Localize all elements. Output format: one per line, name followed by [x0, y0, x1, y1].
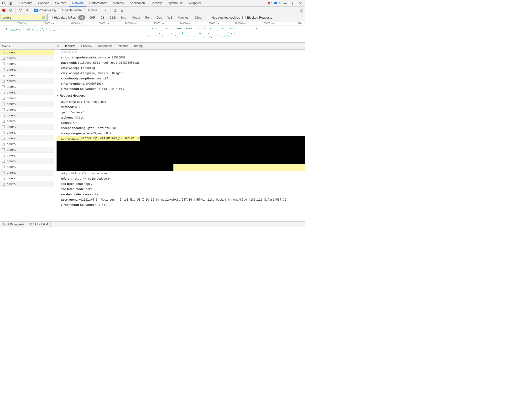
disable-cache-input[interactable] — [58, 9, 61, 12]
search-icon[interactable] — [25, 8, 29, 13]
tab-security[interactable]: Security — [148, 0, 165, 7]
filter-type-ws[interactable]: WS — [165, 15, 174, 20]
timeline-tick: 60000 ms — [82, 22, 82, 26]
filter-type-all[interactable]: All — [78, 15, 85, 20]
clear-filter-icon[interactable]: ✕ — [42, 16, 45, 19]
tab-elements[interactable]: Elements — [16, 0, 35, 7]
filter-type-css[interactable]: CSS — [108, 15, 118, 20]
name-column-header[interactable]: Name — [0, 43, 54, 49]
throttle-select[interactable]: Online ▼ — [87, 8, 108, 12]
message-badge[interactable]: 16 — [274, 2, 280, 5]
request-row[interactable]: orders/ — [0, 158, 54, 164]
tab-application[interactable]: Application — [127, 0, 148, 7]
timeline-marker — [40, 30, 41, 30]
network-timeline[interactable]: 20000 ms40000 ms60000 ms80000 ms100000 m… — [0, 22, 305, 43]
filter-type-media[interactable]: Media — [130, 15, 142, 20]
request-row[interactable]: orders/ — [0, 181, 54, 187]
tab-memory[interactable]: Memory — [110, 0, 127, 7]
request-row[interactable]: orders/ — [0, 67, 54, 72]
header-key: sec-fetch-dest: — [61, 182, 83, 186]
timeline-marker — [2, 29, 3, 29]
tab-console[interactable]: Console — [35, 0, 52, 7]
inspect-element-icon[interactable] — [1, 0, 7, 6]
request-row[interactable]: orders/ — [0, 90, 54, 95]
tab-lighthouse[interactable]: Lighthouse — [165, 0, 186, 7]
tab-performance[interactable]: Performance — [86, 0, 110, 7]
request-headers-section[interactable]: ▼ Request Headers — [54, 92, 305, 99]
request-row[interactable]: orders/ — [0, 61, 54, 67]
request-row[interactable]: orders/ — [0, 72, 54, 78]
filter-type-manifest[interactable]: Manifest — [176, 15, 191, 20]
filter-input[interactable] — [3, 16, 42, 19]
filter-type-img[interactable]: Img — [119, 15, 128, 20]
filter-icon[interactable] — [18, 8, 23, 13]
request-row[interactable]: orders/ — [0, 49, 54, 55]
detail-tab-initiator[interactable]: Initiator — [115, 43, 131, 50]
has-blocked-cookies-checkbox[interactable]: Has blocked cookies — [207, 16, 240, 19]
request-row[interactable]: orders/ — [0, 55, 54, 61]
timeline-marker — [233, 28, 233, 29]
request-row[interactable]: orders/ — [0, 124, 54, 130]
file-icon — [2, 137, 5, 140]
upload-har-icon[interactable] — [113, 8, 118, 13]
request-row[interactable]: orders/ — [0, 164, 54, 170]
network-settings-icon[interactable] — [299, 8, 304, 13]
headers-body[interactable]: status: 200strict-transport-security: ma… — [54, 49, 305, 221]
settings-icon[interactable] — [282, 0, 288, 6]
device-toolbar-icon[interactable] — [7, 0, 13, 6]
error-badge[interactable]: 1 — [268, 2, 273, 5]
tab-wrapapi[interactable]: WrapAPI — [186, 0, 204, 7]
disable-cache-checkbox[interactable]: Disable cache — [58, 8, 82, 12]
timeline-marker — [49, 31, 50, 31]
blocked-requests-label: Blocked Requests — [247, 16, 272, 19]
timeline-marker — [50, 30, 51, 30]
detail-tab-timing[interactable]: Timing — [131, 43, 146, 50]
request-row[interactable]: orders/ — [0, 141, 54, 147]
request-row[interactable]: orders/ — [0, 95, 54, 101]
request-row[interactable]: orders/ — [0, 107, 54, 113]
tab-network[interactable]: Network — [69, 0, 87, 7]
filter-bar: ✕ Hide data URLs AllXHRJSCSSImgMediaFont… — [0, 14, 305, 22]
request-row[interactable]: orders/ — [0, 101, 54, 107]
request-row[interactable]: orders/ — [0, 78, 54, 84]
hide-data-urls-checkbox[interactable]: Hide data URLs — [49, 16, 76, 19]
svg-point-15 — [301, 10, 302, 11]
timeline-marker — [28, 29, 29, 30]
request-row[interactable]: orders/ — [0, 147, 54, 153]
timeline-marker — [209, 28, 210, 28]
tab-sources[interactable]: Sources — [52, 0, 69, 7]
timeline-marker — [178, 28, 179, 29]
blocked-requests-checkbox[interactable]: Blocked Requests — [242, 16, 272, 19]
request-row[interactable]: orders/ — [0, 136, 54, 141]
close-detail-icon[interactable]: ✕ — [55, 44, 61, 48]
detail-tab-preview[interactable]: Preview — [78, 43, 95, 50]
request-row[interactable]: orders/ — [0, 118, 54, 124]
request-row[interactable]: orders/ — [0, 176, 54, 181]
more-menu-icon[interactable] — [290, 0, 296, 6]
filter-input-wrap[interactable]: ✕ — [1, 15, 47, 21]
request-name: orders/ — [7, 154, 16, 157]
preserve-log-checkbox[interactable]: Preserve log — [34, 8, 56, 12]
filter-type-js[interactable]: JS — [99, 15, 106, 20]
request-row[interactable]: orders/ — [0, 130, 54, 136]
header-row: sec-fetch-site: same-site — [54, 192, 305, 197]
request-row[interactable]: orders/ — [0, 170, 54, 176]
request-name: orders/ — [7, 114, 16, 117]
request-row[interactable]: orders/ — [0, 113, 54, 118]
filter-type-font[interactable]: Font — [143, 15, 154, 20]
preserve-log-input[interactable] — [34, 9, 38, 12]
timeline-marker — [229, 36, 229, 36]
timeline-marker — [238, 28, 238, 29]
close-icon[interactable] — [297, 0, 303, 6]
request-row[interactable]: orders/ — [0, 84, 54, 90]
detail-tab-response[interactable]: Response — [95, 43, 115, 50]
download-har-icon[interactable] — [120, 8, 124, 13]
filter-type-doc[interactable]: Doc — [155, 15, 164, 20]
request-row[interactable]: orders/ — [0, 153, 54, 158]
clear-button[interactable] — [8, 8, 13, 13]
filter-type-other[interactable]: Other — [193, 15, 204, 20]
detail-tab-headers[interactable]: Headers — [61, 43, 78, 50]
filter-type-xhr[interactable]: XHR — [87, 15, 97, 20]
record-button[interactable] — [1, 8, 6, 13]
request-list[interactable]: orders/orders/orders/orders/orders/order… — [0, 49, 54, 221]
